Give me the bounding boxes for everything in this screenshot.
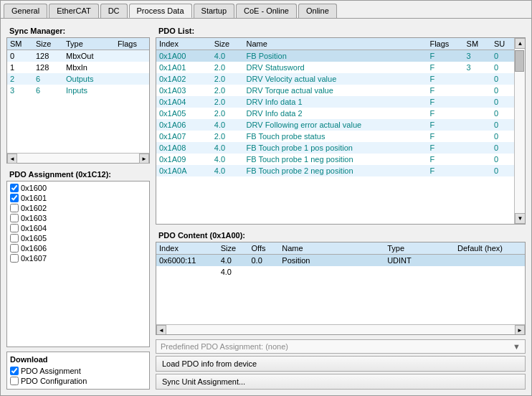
tab-coe-online[interactable]: CoE - Online <box>236 4 297 18</box>
table-row[interactable]: 0x6000:11 4.0 0.0 Position UDINT <box>156 255 525 267</box>
scroll-up-arrow[interactable]: ▲ <box>515 38 525 49</box>
tab-dc[interactable]: DC <box>100 4 128 18</box>
cell-sm: 3 <box>7 85 33 96</box>
cell-size: 4.0 <box>212 154 244 165</box>
pdo-checkbox-4[interactable] <box>10 224 19 232</box>
cell-name: FB Touch probe status <box>244 131 427 142</box>
right-panel: PDO List: Index Size Name Flags <box>156 24 526 390</box>
table-row[interactable]: 0x1A0A 4.0 FB Touch probe 2 neg position… <box>156 165 514 176</box>
table-row[interactable]: 0x1A06 4.0 DRV Following error actual va… <box>156 119 514 131</box>
sync-manager-scroll[interactable]: SM Size Type Flags 0 128 Mbx <box>7 38 149 153</box>
table-row[interactable]: 0x1A09 4.0 FB Touch probe 1 neg position… <box>156 154 514 165</box>
tab-general[interactable]: General <box>4 4 47 18</box>
cell-index: 0x1A08 <box>156 142 212 154</box>
cell-size: 2.0 <box>212 62 244 73</box>
table-row[interactable]: 2 6 Outputs <box>7 73 149 85</box>
table-row[interactable]: 0x1A01 2.0 DRV Statusword F 3 0 <box>156 62 514 73</box>
pdo-list-scroll[interactable]: Index Size Name Flags SM SU <box>156 38 514 224</box>
list-item[interactable]: 0x1600 <box>10 183 146 193</box>
cell-type: UDINT <box>384 255 455 267</box>
cell-flags <box>115 85 149 96</box>
tab-process-data[interactable]: Process Data <box>129 4 192 18</box>
cell-sm <box>464 108 491 119</box>
download-pdo-config[interactable]: PDO Configuration <box>10 376 146 386</box>
cell-su: 0 <box>491 142 514 154</box>
content-col-name: Name <box>279 242 384 255</box>
predefined-dropdown[interactable]: Predefined PDO Assignment: (none) ▼ <box>156 339 526 354</box>
scroll-track[interactable] <box>515 49 525 213</box>
pdo-checkbox-7[interactable] <box>10 254 19 263</box>
pdo-label-2: 0x1602 <box>21 204 47 212</box>
pdo-checkbox-0[interactable] <box>10 184 19 192</box>
cell-size: 4.0 <box>218 255 249 267</box>
cell-name: FB Touch probe 2 neg position <box>244 165 427 176</box>
table-row[interactable]: 0x1A05 2.0 DRV Info data 2 F 0 <box>156 108 514 119</box>
table-row[interactable]: 3 6 Inputs <box>7 85 149 96</box>
tab-online[interactable]: Online <box>298 4 337 18</box>
cell-su: 0 <box>491 165 514 176</box>
scroll-track[interactable] <box>166 325 515 334</box>
cell-sm: 1 <box>7 62 33 73</box>
scroll-track[interactable] <box>17 154 139 163</box>
pdo-checkbox-3[interactable] <box>10 214 19 222</box>
cell-size: 128 <box>33 62 63 73</box>
scroll-left-arrow[interactable]: ◄ <box>7 154 17 164</box>
sm-horiz-scrollbar[interactable]: ◄ ► <box>7 153 149 163</box>
pdo-checkbox-6[interactable] <box>10 244 19 253</box>
cell-index: 0x1A02 <box>156 73 212 85</box>
cell-sm: 3 <box>464 50 491 62</box>
download-pdo-assignment[interactable]: PDO Assignment <box>10 366 146 376</box>
pdo-list-vert-scrollbar[interactable]: ▲ ▼ <box>514 38 525 224</box>
table-row[interactable]: 0x1A07 2.0 FB Touch probe status F 0 <box>156 131 514 142</box>
load-pdo-button[interactable]: Load PDO info from device <box>156 356 526 372</box>
tab-ethercat[interactable]: EtherCAT <box>49 4 98 18</box>
pdo-content-scroll[interactable]: Index Size Offs Name Type Default (hex) <box>156 242 525 324</box>
content-horiz-scrollbar[interactable]: ◄ ► <box>156 324 525 334</box>
pdo-assignment-list: 0x1600 0x1601 0x1602 0x1603 <box>7 182 149 265</box>
list-item[interactable]: 0x1607 <box>10 253 146 263</box>
pdo-assignment-scroll[interactable]: 0x1600 0x1601 0x1602 0x1603 <box>6 181 150 347</box>
scroll-left-arrow[interactable]: ◄ <box>156 325 166 335</box>
cell-name: DRV Velocity actual value <box>244 73 427 85</box>
cell-name: FB Position <box>244 50 427 62</box>
scroll-right-arrow[interactable]: ► <box>515 325 525 335</box>
cell-flags: F <box>427 73 463 85</box>
cell-name: DRV Statusword <box>244 62 427 73</box>
list-item[interactable]: 0x1606 <box>10 243 146 253</box>
list-item[interactable]: 0x1605 <box>10 233 146 243</box>
cell-index <box>156 266 218 278</box>
list-item[interactable]: 0x1604 <box>10 223 146 233</box>
cell-su: 0 <box>491 131 514 142</box>
pdo-content-wrapper: PDO Content (0x1A00): Index Size Offs Na… <box>156 229 526 335</box>
scroll-down-arrow[interactable]: ▼ <box>515 213 525 224</box>
table-row[interactable]: 1 128 MbxIn <box>7 62 149 73</box>
table-row[interactable]: 4.0 <box>156 266 525 278</box>
pdo-checkbox-1[interactable] <box>10 194 19 202</box>
table-row[interactable]: 0x1A04 2.0 DRV Info data 1 F 0 <box>156 96 514 108</box>
cell-su: 0 <box>491 73 514 85</box>
cell-su: 0 <box>491 62 514 73</box>
pdo-checkbox-2[interactable] <box>10 204 19 212</box>
table-row[interactable]: 0x1A02 2.0 DRV Velocity actual value F 0 <box>156 73 514 85</box>
download-checkbox-0[interactable] <box>10 367 19 375</box>
cell-flags: F <box>427 131 463 142</box>
cell-index: 0x1A03 <box>156 85 212 96</box>
tab-bar: General EtherCAT DC Process Data Startup… <box>1 1 531 19</box>
cell-flags: F <box>427 142 463 154</box>
list-item[interactable]: 0x1603 <box>10 213 146 223</box>
table-row[interactable]: 0x1A03 2.0 DRV Torque actual value F 0 <box>156 85 514 96</box>
table-row[interactable]: 0 128 MbxOut <box>7 50 149 62</box>
scroll-right-arrow[interactable]: ► <box>139 154 149 164</box>
list-item[interactable]: 0x1602 <box>10 203 146 213</box>
table-row[interactable]: 0x1A00 4.0 FB Position F 3 0 <box>156 50 514 62</box>
table-row[interactable]: 0x1A08 4.0 FB Touch probe 1 pos position… <box>156 142 514 154</box>
cell-size: 6 <box>33 85 63 96</box>
pdo-checkbox-5[interactable] <box>10 234 19 242</box>
download-checkbox-1[interactable] <box>10 377 19 385</box>
tab-startup[interactable]: Startup <box>194 4 234 18</box>
sync-unit-button[interactable]: Sync Unit Assignment... <box>156 374 526 390</box>
scroll-thumb[interactable] <box>515 50 524 72</box>
cell-type <box>384 266 455 278</box>
list-item[interactable]: 0x1601 <box>10 193 146 203</box>
cell-type: Outputs <box>63 73 115 85</box>
